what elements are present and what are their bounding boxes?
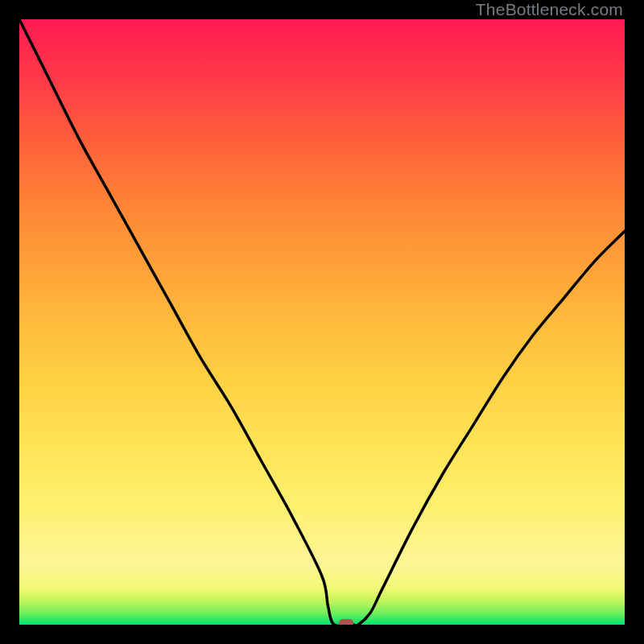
plot-area: [19, 19, 625, 625]
watermark-text: TheBottleneck.com: [476, 0, 623, 19]
bottleneck-curve: [19, 19, 625, 625]
curve-path: [19, 19, 625, 625]
optimal-point-marker: [339, 619, 353, 625]
chart-frame: TheBottleneck.com: [0, 0, 644, 644]
